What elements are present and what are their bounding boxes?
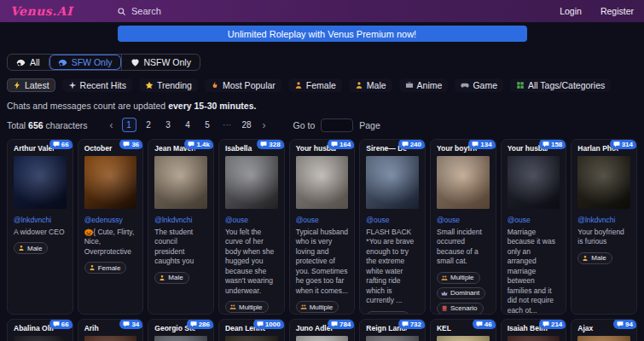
character-card[interactable]: Isaiah Belmore 214	[501, 319, 567, 341]
chat-icon	[402, 141, 409, 147]
character-author[interactable]: @lnkdvnchi	[577, 216, 630, 224]
character-card[interactable]: Georgio Stefano 286	[148, 319, 214, 341]
character-author[interactable]: @lnkdvnchi	[154, 216, 207, 224]
person-icon	[18, 245, 25, 251]
person-icon	[355, 81, 363, 90]
chat-count-badge: 94	[613, 319, 637, 329]
character-card[interactable]: Your boyfriend, Ad 134 @ouse Small incid…	[430, 139, 496, 315]
chat-icon	[190, 321, 197, 327]
character-card[interactable]: KEL 46	[430, 319, 496, 341]
character-card[interactable]: October 36 @edenussy 🎃{ Cute, Flirty, Ni…	[78, 139, 144, 315]
tag-male[interactable]: Male	[14, 242, 48, 254]
category-tab-most-popular[interactable]: Most Popular	[205, 78, 281, 92]
chat-icon	[257, 321, 264, 327]
character-card[interactable]: Sirene— Denish 240 @ouse FLASH BACK *You…	[359, 139, 426, 315]
premium-banner-text: Unlimited Roleplay with Venus Premium no…	[228, 29, 416, 39]
character-image	[154, 156, 207, 209]
search-input[interactable]: Search	[117, 6, 161, 16]
category-tab-anime[interactable]: Anime	[399, 78, 449, 92]
character-image	[508, 156, 560, 209]
character-author[interactable]: @ouse	[296, 216, 349, 224]
chat-count-badge: 314	[610, 139, 637, 149]
chat-count-badge: 158	[539, 139, 566, 149]
character-card[interactable]: Ajax 94	[571, 319, 637, 341]
tag-dominant[interactable]: Dominant	[437, 287, 485, 299]
chat-icon	[260, 141, 267, 147]
character-tags: Male	[14, 242, 67, 254]
page-number-button[interactable]: 4	[181, 118, 195, 132]
page-number-button[interactable]: 5	[200, 118, 215, 132]
chat-count-badge: 784	[328, 319, 355, 329]
page-label: Page	[359, 120, 380, 130]
next-page-button[interactable]: ›	[259, 119, 270, 131]
chat-icon	[617, 321, 624, 327]
chat-count: 94	[625, 321, 633, 328]
chat-count-badge: 286	[187, 319, 214, 329]
character-description: 🎃{ Cute, Flirty, Nice, Overprotective	[84, 228, 137, 257]
character-author[interactable]: @lnkdvnchi	[14, 216, 67, 224]
character-author[interactable]: @ouse	[437, 216, 490, 224]
filter-sfw-only[interactable]: SFW Only	[49, 55, 121, 70]
people-icon	[370, 314, 377, 315]
category-tab-all-tags-categories[interactable]: All Tags/Categories	[510, 78, 611, 92]
character-image	[84, 336, 137, 341]
page-number-button[interactable]: 2	[142, 118, 156, 132]
tag-label: Male	[27, 245, 42, 252]
chat-count-badge: 328	[257, 139, 284, 149]
eye-icon	[58, 58, 67, 67]
character-description: Small incident occurred because of a sma…	[437, 228, 490, 267]
character-author[interactable]: @ouse	[366, 216, 419, 224]
character-image	[154, 336, 207, 341]
character-description: Marriage because it was only an arranged…	[508, 228, 560, 315]
premium-banner[interactable]: Unlimited Roleplay with Venus Premium no…	[118, 26, 527, 42]
tag-multiple[interactable]: Multiple	[366, 311, 409, 315]
character-card[interactable]: Harlan Phoenix 314 @lnkdvnchi Your boyfr…	[571, 139, 637, 315]
category-tab-female[interactable]: Female	[288, 78, 342, 92]
chat-icon	[53, 321, 60, 327]
character-card[interactable]: Your husband, Eu 158 @ouse Marriage beca…	[501, 139, 567, 315]
goto-page-input[interactable]	[321, 118, 353, 132]
character-card[interactable]: Dean Lennox 1000	[218, 319, 285, 341]
tag-scenario[interactable]: Scenario	[437, 303, 484, 315]
character-card[interactable]: Abalina Olina 66	[7, 319, 73, 341]
tag-label: Multiple	[450, 274, 474, 281]
page-number-button[interactable]: 3	[161, 118, 176, 132]
category-tab-male[interactable]: Male	[349, 78, 392, 92]
chat-count-badge: 164	[328, 139, 355, 149]
character-card[interactable]: Isabella 328 @ouse You felt the curve of…	[218, 139, 285, 315]
person-icon	[159, 275, 165, 281]
character-card[interactable]: Arthur Valentino 66 @lnkdvnchi A widower…	[7, 139, 73, 315]
character-card[interactable]: Reign Landon 732	[359, 319, 426, 341]
prev-page-button[interactable]: ‹	[107, 119, 117, 131]
character-card[interactable]: Arih 34	[78, 319, 144, 341]
category-tab-latest[interactable]: Latest	[7, 78, 55, 92]
login-button[interactable]: Login	[560, 6, 582, 16]
tag-multiple[interactable]: Multiple	[225, 301, 269, 313]
page-number-button[interactable]: 28	[240, 118, 254, 132]
category-tab-game[interactable]: Game	[455, 78, 503, 92]
character-image	[296, 336, 349, 341]
category-tab-trending[interactable]: Trending	[139, 78, 198, 92]
filter-nsfw-only[interactable]: NSFW Only	[121, 55, 200, 70]
character-card[interactable]: Your husband, Dy 164 @ouse Typical husba…	[289, 139, 356, 315]
tag-multiple[interactable]: Multiple	[296, 301, 339, 313]
chat-count-badge: 1000	[253, 319, 285, 329]
site-logo[interactable]: Venus.AI	[10, 4, 73, 18]
page-number-button[interactable]: 1	[122, 118, 136, 132]
tag-male[interactable]: Male	[577, 252, 612, 264]
tag-label: Multiple	[239, 303, 263, 311]
chat-count-badge: 36	[119, 139, 143, 149]
character-card[interactable]: Jean Maverick 1.4k @lnkdvnchi The studen…	[148, 139, 214, 315]
character-image	[14, 336, 67, 341]
character-author[interactable]: @ouse	[508, 216, 560, 224]
tag-male[interactable]: Male	[154, 272, 189, 284]
tag-multiple[interactable]: Multiple	[437, 272, 480, 284]
character-author[interactable]: @edenussy	[84, 216, 137, 224]
tag-female[interactable]: Female	[84, 262, 127, 274]
character-author[interactable]: @ouse	[225, 216, 278, 224]
chat-count-badge: 732	[398, 319, 426, 329]
register-button[interactable]: Register	[600, 6, 634, 16]
category-tab-recent-hits[interactable]: Recent Hits	[62, 78, 132, 92]
filter-all[interactable]: All	[8, 55, 49, 70]
character-card[interactable]: Juno Adler 784	[289, 319, 356, 341]
